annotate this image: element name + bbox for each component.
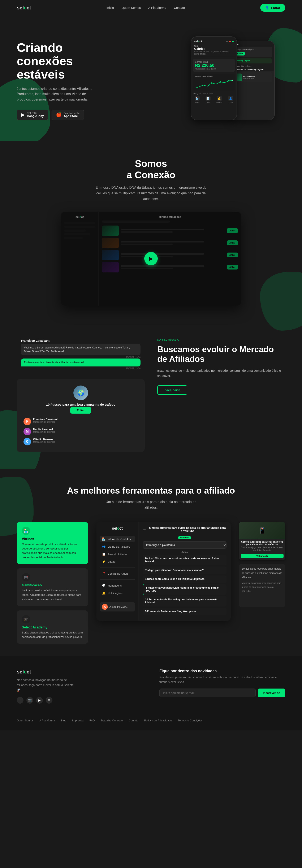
newsletter-subscribe-button[interactable]: Inscrever-se (258, 688, 285, 698)
mission-right-col: Nossa Missão Buscamos evoluir o Mercado … (157, 335, 285, 395)
phone-back-results: Resultados de "Marketing Digital" (233, 68, 272, 71)
sidebar-item-central-ajuda[interactable]: ❓ Central de Ajuda (100, 570, 135, 577)
app-section-title: 5 mitos criativos para evitar na hora de… (148, 526, 226, 532)
tool-card-vitrines[interactable]: 🏪 Vitrines Com as vitrines de produtos e… (17, 522, 88, 564)
svg-point-0 (211, 82, 213, 84)
mission-left-col: Francisco Cavalcanti Você usa o Lorem ip… (17, 335, 145, 452)
aulas-label: Aulas (143, 551, 226, 553)
modules-badge: Módulos (178, 536, 191, 539)
tools-section: As melhores ferramentas para o afiliado … (0, 469, 302, 656)
footer-link-termos[interactable]: Termos e Condições (178, 719, 203, 722)
content-item-1[interactable]: De 0 a 100k: como construir uma Marca de… (143, 555, 226, 565)
vitrines-icon: 🏪 (22, 527, 30, 535)
tool-card-gamificacao[interactable]: 🎮 Gamificação Instigar o próximo nível é… (17, 568, 88, 606)
phone-back-question: Qual produto está procu... (235, 49, 271, 51)
module-select[interactable]: Introdução a plataforma (143, 541, 226, 549)
hero-right-phones: selcct Qual produto está procu... Buscar… (181, 34, 285, 126)
nav-link-plataforma[interactable]: A Plataforma (148, 6, 166, 9)
video-overlay: ▶ (61, 212, 241, 306)
footer-link-blog[interactable]: Blog (61, 719, 66, 722)
user-info-1: Francisco Cavalcanti Mensagem de exemplo (33, 418, 138, 423)
aff-icon-2: 📊 Stats (205, 96, 211, 103)
app-store-button[interactable]: 🍎 Download on the App Store (52, 110, 84, 120)
phone-affiliate-icons: 🏪 Vitrine 📊 Stats 💰 Ganhos 👤 Perfil (191, 95, 237, 104)
nav-entrar-button[interactable]: 👤 Entrar (260, 4, 285, 12)
footer-link-privacidade[interactable]: Política de Privacidade (144, 719, 172, 722)
content-item-6[interactable]: 5 Formas de Aosterar seu Blog Wordpress (143, 608, 226, 615)
users-icon: 👥 (102, 545, 106, 548)
user-role-1: Mensagem de exemplo (33, 421, 138, 423)
phone-dot-red (229, 41, 231, 42)
message-icon: 💬 (102, 584, 106, 587)
nav-link-quem-somos[interactable]: Quem Somos (121, 6, 141, 9)
phone-balance-amount: R$ 220,50 (195, 63, 233, 68)
footer-link-faq[interactable]: FAQ (89, 719, 95, 722)
social-instagram-icon[interactable]: 📷 (26, 697, 33, 704)
user-name-3: Cláudio Barroso (33, 438, 138, 441)
footer-brand-desc: Nós somos a inovação no mercado de afili… (17, 678, 76, 692)
sidebar-user-row: A Alexandre Magri... (100, 602, 135, 612)
sidebar-item-area-afiliado[interactable]: 📋 Área do Afiliado (100, 551, 135, 557)
gamificacao-title: Gamificação (22, 583, 83, 587)
newsletter-email-input[interactable] (159, 688, 256, 698)
thumb-btn-1[interactable]: Voltar aula (241, 554, 283, 558)
academy-desc: Serão disponibilizados treinamentos grat… (22, 630, 83, 639)
nav-link-contato[interactable]: Contato (174, 6, 185, 9)
chat-msg-2: Enchasa template cheio de abundância das… (21, 359, 140, 367)
content-item-3[interactable]: 4 Dicas sobre como usar o TikTok para Em… (143, 576, 226, 583)
content-item-5[interactable]: 10 Ferramentas de Marketing que Indicamo… (143, 596, 226, 607)
content-item-4[interactable]: 5 mitos criativos para evitar na hora de… (143, 584, 226, 595)
user-name-2: Marília Paschoal (33, 428, 138, 431)
sidebar-item-vitrine-produtos[interactable]: 🏪 Vitrine de Produtos (100, 536, 135, 542)
footer-socials: f 📷 ▶ ✉ (17, 697, 143, 704)
video-container: selcct Minhas afiliações (61, 212, 241, 306)
sidebar-item-mensagens[interactable]: 💬 Mensagens (100, 582, 135, 589)
phone-dot-green (232, 41, 234, 42)
mission-section: Francisco Cavalcanti Você usa o Lorem ip… (0, 318, 302, 469)
phone-chart-area: Ganhos como afiliado (193, 74, 235, 90)
conexao-desc: Em nosso DNA está o DNA da Eduzz, juntos… (92, 185, 210, 202)
phone-greet: Olá, (194, 44, 234, 47)
footer-link-plataforma[interactable]: A Plataforma (39, 719, 55, 722)
sidebar-item-notificacoes[interactable]: 🔔 Notificações (100, 590, 135, 596)
tools-cards: 🏪 Vitrines Com as vitrines de produtos e… (17, 522, 88, 644)
product-info-1: Produto Digital Marketing Digital (243, 75, 271, 79)
sidebar-user-avatar: A (102, 604, 108, 610)
video-inner: selcct Minhas afiliações (61, 212, 241, 306)
user-info-2: Marília Paschoal Mensagem de exemplo (33, 428, 138, 433)
aff-icon-3: 💰 Ganhos (216, 96, 222, 103)
social-youtube-icon[interactable]: ▶ (36, 697, 43, 704)
content-list-col: Módulos Introdução a plataforma Aulas De… (143, 535, 226, 617)
ebook-card: 🌍 10 Passos para uma boa campanha de trá… (17, 379, 145, 452)
footer-link-quem-somos[interactable]: Quem Somos (17, 719, 33, 722)
google-play-button[interactable]: ▶ GET IT ON Google Play (17, 110, 48, 120)
svg-point-3 (232, 80, 233, 81)
social-email-icon[interactable]: ✉ (46, 697, 52, 704)
back-arrow-icon[interactable]: ← (143, 527, 146, 532)
footer-link-imprensa[interactable]: Imprensa (72, 719, 83, 722)
sidebar-item-vitrine-afiliados[interactable]: 👥 Vitrine de Afiliados (100, 543, 135, 550)
edit-button[interactable]: Editar (70, 407, 91, 413)
phone-back-category: Marketing Digital (235, 60, 271, 62)
aff-icon-1: 🏪 Vitrine (195, 96, 200, 103)
navigation: selcct Início Quem Somos A Plataforma Co… (0, 0, 302, 16)
nav-links: Início Quem Somos A Plataforma Contato (106, 6, 185, 10)
sidebar-desc-card: Somos jados jogo para criar marca de suc… (239, 564, 285, 607)
chat-time-2: 19/01/21, 13:36 (21, 367, 140, 370)
footer-link-contato[interactable]: Contato (129, 719, 138, 722)
tools-grid: 🏪 Vitrines Com as vitrines de produtos e… (17, 522, 285, 644)
footer-link-trabalhe[interactable]: Trabalhe Conosco (101, 719, 123, 722)
content-item-2[interactable]: Tráfego para afiliados: Como fazer mais … (143, 567, 226, 574)
social-facebook-icon[interactable]: f (17, 697, 24, 704)
phone-back-filter-label: Nenhum filtro aplicado (233, 64, 272, 68)
nav-link-inicio[interactable]: Início (106, 6, 114, 9)
community-users: F Francisco Cavalcanti Mensagem de exemp… (24, 418, 138, 445)
sidebar-item-eduzz[interactable]: ⚡ Eduzz (100, 558, 135, 565)
store-buttons: ▶ GET IT ON Google Play 🍎 Download on th… (17, 110, 121, 120)
sidebar-user-name: Alexandre Magri... (109, 606, 128, 608)
app-main-area: ← 5 mitos criativos para evitar na hora … (138, 522, 231, 621)
facaparte-button[interactable]: Faça parte (157, 385, 187, 395)
svg-point-2 (228, 80, 229, 82)
tool-card-academy[interactable]: 🎓 Select Academy Serão disponibilizados … (17, 611, 88, 644)
play-button[interactable]: ▶ (144, 252, 158, 265)
